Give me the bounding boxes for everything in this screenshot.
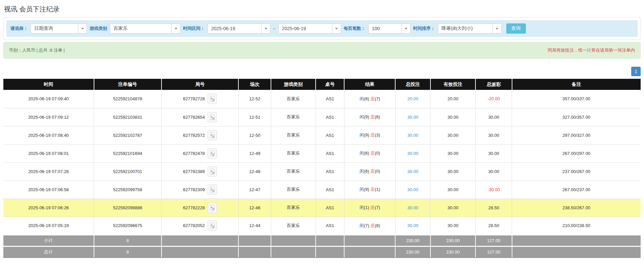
result-cell: 闲(9) 庄(3) [344,126,395,144]
table-row: 2025-06-19 07:05:19522592096675627782052… [3,217,641,235]
total-bet-cell[interactable]: 30.00 [395,199,430,217]
chevron-down-icon[interactable] [332,24,341,33]
round-cell: 627782478 [162,144,239,162]
summary-bar: 币别：人民币 | 总共 :8 注单 | 同局有效投注，统一计算在该局第一张注单内 [3,42,641,59]
remark-cell: 267.00/237.00 [512,180,641,199]
table-row: 2025-06-19 07:08:01522592101694627782478… [3,144,641,162]
grand-total-total-bet: 230.00 [395,246,430,258]
total-bet-cell[interactable]: 30.00 [395,144,430,162]
search-button[interactable]: 查询 [506,23,526,34]
player-result-label: 闲 [360,223,364,228]
query-type-select[interactable]: 日期查询 [31,23,87,34]
bet-records-table: 时间 注单编号 局号 场次 游戏类别 桌号 结果 总投注 有效投注 总派彩 备注… [3,79,641,258]
valid-bet-cell: 30.00 [430,108,476,126]
video-replay-button[interactable] [208,184,217,195]
remark-cell: 267.00/297.00 [512,144,641,162]
total-bet-cell[interactable]: 30.00 [395,162,430,180]
game-type-select[interactable]: 百家乐 [110,23,180,34]
game-type-cell: 百家乐 [271,162,316,180]
banker-result-count: (0) [375,169,380,174]
payout-cell: 30.00 [475,144,512,162]
session-cell: 12-51 [238,108,271,126]
round-cell: 627782389 [162,162,239,180]
date-to-select[interactable]: 2025-06-19 [278,23,341,34]
round-number: 627782728 [183,96,205,101]
video-replay-button[interactable] [208,112,217,122]
total-bet-cell[interactable]: 30.00 [395,126,430,144]
page-size-label: 每页笔数： [344,25,366,32]
date-from-select[interactable]: 2025-06-19 [208,23,270,34]
session-cell: 12-50 [238,126,271,144]
video-replay-button[interactable] [208,94,217,104]
time-cell: 2025-06-19 07:06:26 [3,199,94,217]
game-type-cell: 百家乐 [271,108,316,126]
pagination: 1 [3,67,641,76]
banker-result-count: (0) [375,151,380,156]
table-row: 2025-06-19 07:09:12522592103831627782654… [3,108,641,126]
video-replay-button[interactable] [208,166,217,177]
table-footer: 小计 8 230.00 230.00 127.00 总计 8 [3,235,641,258]
banker-result-label: 庄 [370,132,375,138]
remark-cell: 238.50/267.00 [512,199,641,217]
bet-id-cell: 522592098886 [94,199,162,217]
round-cell: 627782572 [162,126,239,144]
bet-id-cell: 522592100701 [94,162,162,180]
subtotal-label: 小计 [3,235,94,246]
payout-cell: 28.50 [475,199,512,217]
header-total-payout: 总派彩 [475,79,512,90]
player-result-count: (1) [364,205,369,210]
table-body: 2025-06-19 07:09:40522592104878627782728… [3,90,641,235]
chevron-down-icon[interactable] [402,24,410,33]
sort-select[interactable]: 降幂(由大到小) [438,23,502,34]
player-result-label: 闲 [360,132,364,138]
valid-bet-cell: 30.00 [430,199,476,217]
remark-cell: 357.00/337.00 [512,90,641,108]
round-cell: 627782228 [162,199,239,217]
remark-cell: 327.00/357.00 [512,108,641,126]
banker-result-label: 庄 [370,169,375,174]
video-replay-button[interactable] [208,203,217,213]
page-size-select[interactable]: 100 [368,23,411,34]
valid-bet-cell: 30.00 [430,162,476,180]
header-valid-bet: 有效投注 [430,79,476,90]
game-type-cell: 百家乐 [271,180,316,199]
table-row: 2025-06-19 07:06:26522592098886627782228… [3,199,641,217]
video-replay-button[interactable] [208,220,217,231]
chevron-down-icon[interactable] [171,24,180,33]
bet-id-cell: 522592096675 [94,217,162,235]
payout-cell: 30.00 [475,126,512,144]
player-result-count: (9) [364,187,369,192]
total-bet-cell[interactable]: 20.00 [395,90,430,108]
query-type-value: 日期查询 [31,25,56,32]
session-cell: 12-47 [238,180,271,199]
time-cell: 2025-06-19 07:06:58 [3,180,94,199]
subtotal-valid-bet: 230.00 [430,235,476,246]
table-no-cell: AS1 [316,180,344,199]
banker-result-count: (6) [375,114,380,119]
round-number: 627782389 [183,169,205,174]
video-replay-button[interactable] [208,148,217,159]
banker-result-label: 庄 [370,223,375,228]
chevron-down-icon[interactable] [493,24,501,33]
game-type-cell: 百家乐 [271,126,316,144]
valid-bet-cell: 30.00 [430,180,476,199]
session-cell: 12-49 [238,144,271,162]
total-bet-cell[interactable]: 30.00 [395,217,430,235]
result-cell: 闲(1) 庄(7) [344,199,395,217]
player-result-label: 闲 [360,151,364,156]
video-icon [210,132,215,138]
player-result-label: 闲 [360,114,364,119]
payout-cell: 30.00 [475,108,512,126]
result-cell: 闲(6) 庄(0) [344,162,395,180]
currency-summary: 币别：人民币 | 总共 :8 注单 | [9,47,65,53]
session-cell: 12-52 [238,90,271,108]
total-bet-cell[interactable]: 30.00 [395,180,430,199]
header-table-no: 桌号 [316,79,344,90]
pagination-page-1[interactable]: 1 [631,67,641,76]
chevron-down-icon[interactable] [261,24,270,33]
query-type-label: 请选择： [10,25,28,32]
total-bet-cell[interactable]: 30.00 [395,108,430,126]
table-no-cell: AS1 [316,126,344,144]
video-replay-button[interactable] [208,130,217,141]
chevron-down-icon[interactable] [78,24,87,33]
